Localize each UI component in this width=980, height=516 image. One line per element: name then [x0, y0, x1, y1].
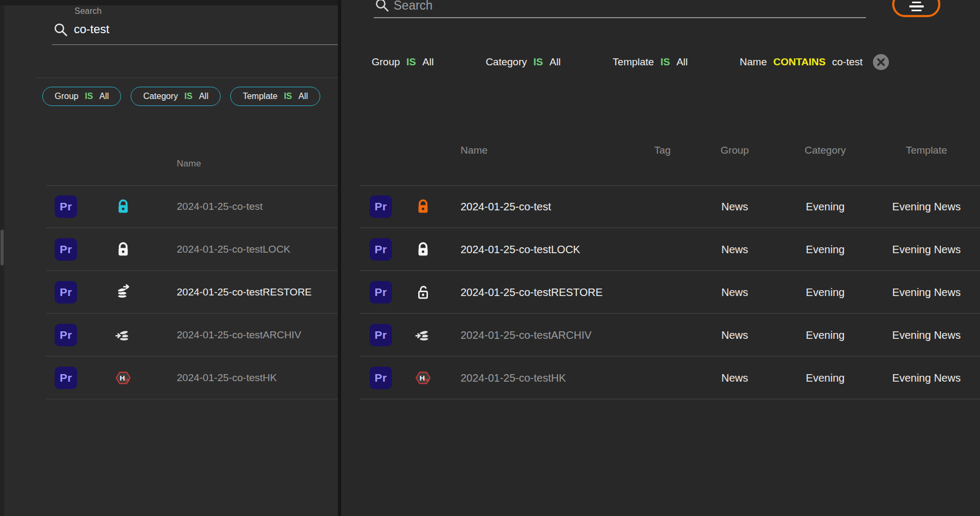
chip-operator: CONTAINS — [773, 56, 826, 68]
chip-field-label: Category — [486, 56, 527, 68]
sort-lines-icon — [912, 2, 921, 4]
search-input[interactable] — [394, 0, 768, 14]
table-row[interactable]: Pr 2024-01-25-co-testLOCK News Evening E… — [341, 228, 980, 271]
chip-value: All — [199, 92, 208, 101]
premiere-project-icon: Pr — [370, 195, 392, 218]
cell-template: Evening News — [873, 372, 980, 384]
chip-field-label: Template — [613, 56, 654, 68]
search-icon — [374, 0, 390, 13]
chip-operator: IS — [184, 92, 192, 101]
cell-group: News — [697, 244, 772, 256]
search-input[interactable] — [74, 21, 331, 37]
cell-category: Evening — [782, 244, 868, 256]
chip-operator: IS — [85, 92, 93, 101]
chip-value: co-test — [832, 56, 863, 68]
top-edge-strip — [0, 0, 338, 5]
table-row[interactable]: Pr 2024-01-25-co-test News Evening Eveni… — [341, 185, 980, 228]
table-row[interactable]: Pr Hhk 2024-01-25-co-testHK — [0, 356, 338, 399]
project-name: 2024-01-25-co-testARCHIV — [461, 329, 592, 342]
results-table: Pr 2024-01-25-co-test Pr 2024-01-25-co-t… — [0, 185, 338, 399]
project-name: 2024-01-25-co-test — [461, 201, 551, 213]
section-divider — [36, 78, 338, 78]
chip-value: All — [676, 56, 688, 68]
chip-operator: IS — [406, 56, 416, 68]
chip-operator: IS — [533, 56, 543, 68]
table-header-row: Name Tag Group Category Template — [341, 140, 980, 168]
premiere-project-icon: Pr — [55, 195, 77, 218]
cell-template: Evening News — [873, 201, 980, 213]
filter-chip-row: Group IS All Category IS All Template IS… — [42, 87, 338, 106]
project-name: 2024-01-25-co-testHK — [177, 372, 277, 384]
project-name: 2024-01-25-co-test — [177, 201, 263, 213]
chip-operator: IS — [660, 56, 670, 68]
left-search-panel: Search Group IS All Category IS All Temp… — [0, 0, 338, 516]
chip-value: All — [100, 92, 109, 101]
cell-category: Evening — [782, 372, 868, 384]
lock-closed-icon — [414, 198, 432, 216]
premiere-project-icon: Pr — [55, 238, 77, 261]
filter-chip[interactable]: Template IS All — [230, 87, 320, 106]
cell-group: News — [697, 329, 772, 342]
svg-text:hk: hk — [124, 377, 130, 383]
search-underline — [52, 44, 338, 45]
premiere-project-icon: Pr — [370, 324, 392, 346]
chip-value: All — [423, 56, 434, 68]
premiere-project-icon: Pr — [55, 324, 77, 346]
column-header-category: Category — [782, 145, 868, 156]
cell-template: Evening News — [873, 286, 980, 299]
table-row[interactable]: Pr 2024-01-25-co-testRESTORE News Evenin… — [341, 271, 980, 314]
column-header-tag: Tag — [633, 145, 692, 156]
project-name: 2024-01-25-co-testLOCK — [461, 244, 580, 256]
filter-chip[interactable]: Category IS All — [471, 50, 576, 74]
column-header-template: Template — [873, 145, 980, 156]
search-icon — [52, 21, 69, 37]
db-archive-icon — [114, 326, 132, 344]
cell-template: Evening News — [873, 329, 980, 342]
premiere-project-icon: Pr — [370, 238, 392, 261]
filter-chip[interactable]: Template IS All — [598, 50, 703, 74]
table-row[interactable]: Pr 2024-01-25-co-test — [0, 185, 338, 228]
chip-operator: IS — [284, 92, 292, 101]
table-row[interactable]: Pr 2024-01-25-co-testRESTORE — [0, 271, 338, 314]
lock-closed-icon — [114, 198, 132, 216]
cell-group: News — [697, 286, 772, 299]
search-label: Search — [74, 6, 102, 16]
chip-field-label: Name — [740, 56, 767, 68]
filter-chip[interactable]: Group IS All — [42, 87, 121, 106]
filter-chip[interactable]: Group IS All — [357, 50, 449, 74]
db-archive-icon — [414, 326, 432, 344]
cell-template: Evening News — [873, 244, 980, 256]
filter-chip[interactable]: Category IS All — [131, 87, 221, 106]
db-restore-icon — [114, 283, 132, 301]
table-row[interactable]: Pr Hhk 2024-01-25-co-testHK News Evening… — [341, 356, 980, 399]
results-table: Pr 2024-01-25-co-test News Evening Eveni… — [341, 185, 980, 399]
table-row[interactable]: Pr 2024-01-25-co-testARCHIV News Evening… — [341, 314, 980, 356]
chip-field-label: Category — [143, 92, 178, 101]
lock-closed-icon — [114, 240, 132, 259]
cell-category: Evening — [782, 286, 868, 299]
chip-field-label: Group — [55, 92, 78, 101]
column-header-name: Name — [461, 145, 488, 156]
premiere-project-icon: Pr — [55, 281, 77, 303]
cell-category: Evening — [782, 201, 868, 213]
premiere-project-icon: Pr — [370, 281, 392, 303]
filter-chip[interactable]: Name CONTAINS co-test — [725, 50, 898, 74]
lock-open-icon — [414, 283, 432, 301]
cell-group: News — [697, 201, 772, 213]
project-name: 2024-01-25-co-testHK — [461, 372, 566, 384]
sort-menu-button[interactable] — [892, 0, 940, 17]
table-row[interactable]: Pr 2024-01-25-co-testARCHIV — [0, 314, 338, 356]
chip-value: All — [549, 56, 561, 68]
scrollbar-thumb[interactable] — [1, 230, 4, 265]
premiere-project-icon: Pr — [370, 367, 392, 389]
project-name: 2024-01-25-co-testARCHIV — [177, 329, 301, 341]
table-row[interactable]: Pr 2024-01-25-co-testLOCK — [0, 228, 338, 271]
cell-group: News — [697, 372, 772, 384]
project-name: 2024-01-25-co-testRESTORE — [177, 286, 312, 298]
app-window: Search Group IS All Category IS All Temp… — [0, 0, 980, 516]
remove-filter-icon[interactable] — [872, 54, 889, 71]
column-header-group: Group — [697, 145, 772, 156]
lock-closed-icon — [414, 240, 432, 259]
right-search-panel: Group IS All Category IS All Template IS… — [341, 0, 980, 516]
premiere-project-icon: Pr — [55, 367, 77, 389]
